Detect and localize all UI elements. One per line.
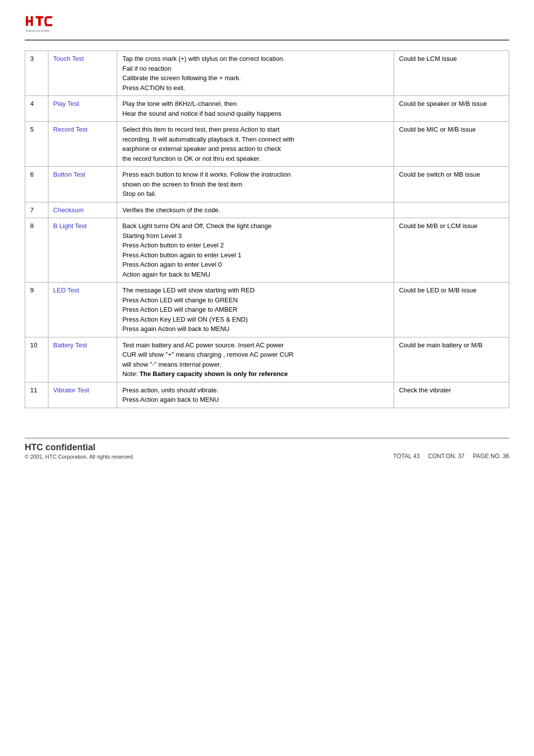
description-line: Press ACTION to exit. xyxy=(122,83,388,93)
description-line: Verifies the checksum of the code. xyxy=(122,205,388,215)
description-line: Calibrate the screen following the + mar… xyxy=(122,73,388,83)
test-issue-cell: Could be LED or M/B issue xyxy=(394,283,509,337)
description-line: Press Action again back to MENU xyxy=(122,395,388,405)
test-name-label: Battery Test xyxy=(53,341,87,349)
test-description-cell: Back Light turns ON and Off, Check the l… xyxy=(117,218,394,283)
test-name-cell: Record Test xyxy=(48,122,117,167)
footer-copyright: © 2001, HTC Corporation. All rights rese… xyxy=(25,454,134,460)
row-number: 10 xyxy=(25,337,48,382)
test-name-cell: Button Test xyxy=(48,167,117,202)
description-line: Starting from Level 3 xyxy=(122,231,388,241)
logo-container: Engineering Mobility xyxy=(25,15,69,35)
test-name-cell: Play Test xyxy=(48,96,117,122)
test-description-cell: Press each button to know if it works. F… xyxy=(117,167,394,202)
description-line: the record function is OK or not thru ex… xyxy=(122,154,388,164)
page-footer: HTC confidential © 2001, HTC Corporation… xyxy=(25,442,509,460)
description-line: Press Action button again to enter Level… xyxy=(122,250,388,260)
test-name-label: Record Test xyxy=(53,126,88,133)
test-name-cell: LED Test xyxy=(48,283,117,337)
table-row: 10Battery TestTest main battery and AC p… xyxy=(25,337,509,382)
test-description-cell: The message LED will show starting with … xyxy=(117,283,394,337)
description-line: Press each button to know if it works. F… xyxy=(122,170,388,180)
test-name-cell: B Light Test xyxy=(48,218,117,283)
svg-rect-2 xyxy=(31,16,33,26)
row-number: 9 xyxy=(25,283,48,337)
row-number: 5 xyxy=(25,122,48,167)
test-name-label: LED Test xyxy=(53,286,80,294)
test-name-label: Button Test xyxy=(53,171,86,178)
table-row: 11Vibrator TestPress action, units shoul… xyxy=(25,382,509,408)
table-row: 6Button TestPress each button to know if… xyxy=(25,167,509,202)
description-line: Play the tone with 8KHz/L-channel, then xyxy=(122,99,388,109)
description-line: will show "-" means internal power. xyxy=(122,360,388,370)
svg-text:Engineering Mobility: Engineering Mobility xyxy=(26,29,49,32)
description-line: Press Action LED will change to AMBER xyxy=(122,305,388,315)
table-row: 8B Light TestBack Light turns ON and Off… xyxy=(25,218,509,283)
test-issue-cell: Could be LCM issue xyxy=(394,51,509,96)
test-issue-cell xyxy=(394,202,509,218)
test-description-cell: Press action, units should vibrate.Press… xyxy=(117,382,394,408)
description-line: Press Action LED will change to GREEN xyxy=(122,295,388,305)
description-line: Press again Action will back to MENU xyxy=(122,324,388,334)
footer-confidential: HTC confidential xyxy=(25,442,134,453)
svg-rect-4 xyxy=(38,16,41,26)
description-line: recording. It will automatically playbac… xyxy=(122,135,388,144)
table-row: 7ChecksumVerifies the checksum of the co… xyxy=(25,202,509,218)
test-issue-cell: Could be main battery or M/B xyxy=(394,337,509,382)
test-issue-cell: Could be switch or MB issue xyxy=(394,167,509,202)
test-issue-cell: Could be MIC or M/B issue xyxy=(394,122,509,167)
row-number: 8 xyxy=(25,218,48,283)
footer-divider xyxy=(25,438,509,438)
row-number: 3 xyxy=(25,51,48,96)
bold-note: The Battery capacity shown is only for r… xyxy=(139,370,288,378)
test-issue-cell: Check the vibrater xyxy=(394,382,509,408)
test-name-label: B Light Test xyxy=(53,222,87,230)
test-name-label: Checksum xyxy=(53,206,84,214)
main-table: 3Touch TestTap the cross mark (+) with s… xyxy=(25,50,509,408)
test-description-cell: Test main battery and AC power source. I… xyxy=(117,337,394,382)
table-row: 3Touch TestTap the cross mark (+) with s… xyxy=(25,51,509,96)
description-line: CUR will show "+" means charging , remov… xyxy=(122,350,388,360)
description-line: Fail if no reaction xyxy=(122,64,388,74)
footer-cont-on: CONT.ON. 37 xyxy=(428,453,465,460)
test-description-cell: Tap the cross mark (+) with stylus on th… xyxy=(117,51,394,96)
description-line: Press Action button to enter Level 2 xyxy=(122,240,388,250)
test-name-label: Vibrator Test xyxy=(53,386,89,394)
footer-total: TOTAL 43 xyxy=(393,453,420,460)
row-number: 7 xyxy=(25,202,48,218)
description-line: Test main battery and AC power source. I… xyxy=(122,340,388,350)
htc-logo-svg: Engineering Mobility xyxy=(25,15,69,35)
test-description-cell: Play the tone with 8KHz/L-channel, thenH… xyxy=(117,96,394,122)
description-line: Press Action Key LED will ON (YES & END) xyxy=(122,315,388,325)
row-number: 6 xyxy=(25,167,48,202)
description-line: shown on the screen to finish the test i… xyxy=(122,180,388,189)
table-row: 9LED TestThe message LED will show start… xyxy=(25,283,509,337)
description-line: Back Light turns ON and Off, Check the l… xyxy=(122,221,388,231)
test-description-cell: Select this item to record test, then pr… xyxy=(117,122,394,167)
description-line: Action again for back to MENU xyxy=(122,270,388,280)
description-line: Stop on fail. xyxy=(122,189,388,199)
description-line: Press action, units should vibrate. xyxy=(122,385,388,395)
table-row: 4Play TestPlay the tone with 8KHz/L-chan… xyxy=(25,96,509,122)
test-name-cell: Vibrator Test xyxy=(48,382,117,408)
description-line: Hear the sound and notice if bad sound q… xyxy=(122,109,388,119)
test-issue-cell: Could be M/B or LCM issue xyxy=(394,218,509,283)
footer-right: TOTAL 43 CONT.ON. 37 PAGE NO. 36 xyxy=(393,453,509,460)
test-name-cell: Checksum xyxy=(48,202,117,218)
description-line: earphone or external speaker and press a… xyxy=(122,144,388,154)
description-line: Tap the cross mark (+) with stylus on th… xyxy=(122,54,388,64)
row-number: 11 xyxy=(25,382,48,408)
description-line: Note: The Battery capacity shown is only… xyxy=(122,369,388,379)
footer-page-no: PAGE NO. 36 xyxy=(473,453,509,460)
page-header: Engineering Mobility xyxy=(25,15,509,41)
table-row: 5Record TestSelect this item to record t… xyxy=(25,122,509,167)
test-name-label: Play Test xyxy=(53,100,80,107)
test-issue-cell: Could be speaker or M/B issue xyxy=(394,96,509,122)
description-line: Select this item to record test, then pr… xyxy=(122,125,388,135)
test-name-cell: Battery Test xyxy=(48,337,117,382)
test-name-cell: Touch Test xyxy=(48,51,117,96)
test-description-cell: Verifies the checksum of the code. xyxy=(117,202,394,218)
footer-left: HTC confidential © 2001, HTC Corporation… xyxy=(25,442,134,460)
test-name-label: Touch Test xyxy=(53,55,84,62)
description-line: Press Action again to enter Level 0 xyxy=(122,260,388,270)
